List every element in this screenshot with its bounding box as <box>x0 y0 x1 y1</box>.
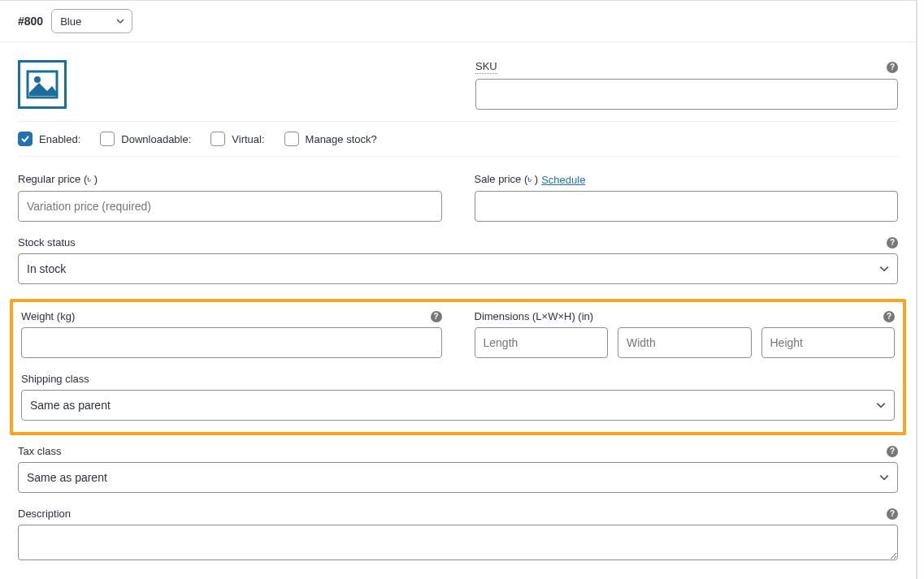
length-input[interactable] <box>475 327 609 358</box>
attribute-select[interactable]: Blue <box>51 9 132 33</box>
downloadable-checkbox-item[interactable]: Downloadable: <box>100 132 191 146</box>
variation-image-upload[interactable] <box>18 60 67 109</box>
description-textarea[interactable] <box>18 525 898 560</box>
svg-point-1 <box>34 76 41 83</box>
stock-status-value: In stock <box>27 262 66 275</box>
weight-help-icon[interactable]: ? <box>431 311 442 322</box>
variation-header: #800 Blue <box>0 1 916 42</box>
manage-stock-label: Manage stock? <box>306 133 377 145</box>
tax-class-help-icon[interactable]: ? <box>887 446 898 457</box>
regular-price-input[interactable] <box>18 191 442 222</box>
tax-class-select[interactable]: Same as parent <box>18 462 898 493</box>
sale-price-label: Sale price (৳ ) <box>475 173 539 186</box>
virtual-label: Virtual: <box>232 133 264 145</box>
enabled-checkbox-item[interactable]: Enabled: <box>18 132 80 146</box>
enabled-label: Enabled: <box>39 133 80 145</box>
sku-input[interactable] <box>475 79 898 110</box>
height-input[interactable] <box>761 327 896 358</box>
description-label: Description <box>18 508 71 520</box>
downloadable-checkbox[interactable] <box>100 132 115 146</box>
virtual-checkbox[interactable] <box>210 132 225 146</box>
options-checkbox-row: Enabled: Downloadable: Virtual: Manage s… <box>18 121 898 157</box>
chevron-down-icon <box>115 16 125 26</box>
weight-label: Weight (kg) <box>21 310 75 322</box>
schedule-link[interactable]: Schedule <box>541 174 585 186</box>
tax-class-value: Same as parent <box>27 471 107 484</box>
stock-status-help-icon[interactable]: ? <box>887 237 898 248</box>
shipping-class-select[interactable]: Same as parent <box>21 390 895 421</box>
sku-label: SKU <box>475 60 497 74</box>
description-help-icon[interactable]: ? <box>887 508 898 520</box>
regular-price-label: Regular price (৳ ) <box>18 173 442 186</box>
manage-stock-checkbox-item[interactable]: Manage stock? <box>284 132 377 146</box>
weight-input[interactable] <box>21 327 442 358</box>
dimensions-label: Dimensions (L×W×H) (in) <box>475 310 594 322</box>
stock-status-label: Stock status <box>18 236 76 248</box>
width-input[interactable] <box>618 327 752 358</box>
sale-price-input[interactable] <box>475 191 899 222</box>
downloadable-label: Downloadable: <box>121 133 191 145</box>
image-placeholder-icon <box>26 68 59 101</box>
variation-id: #800 <box>18 15 43 28</box>
attribute-select-value: Blue <box>60 15 81 28</box>
manage-stock-checkbox[interactable] <box>284 132 299 146</box>
shipping-highlight-section: Weight (kg) ? Dimensions (L×W×H) (in) ? <box>10 299 906 435</box>
tax-class-label: Tax class <box>18 445 61 457</box>
shipping-class-label: Shipping class <box>21 373 895 385</box>
stock-status-select[interactable]: In stock <box>18 253 898 284</box>
dimensions-help-icon[interactable]: ? <box>883 311 895 322</box>
virtual-checkbox-item[interactable]: Virtual: <box>210 132 264 146</box>
sku-help-icon[interactable]: ? <box>887 62 898 73</box>
shipping-class-value: Same as parent <box>30 399 111 412</box>
enabled-checkbox[interactable] <box>18 132 33 146</box>
